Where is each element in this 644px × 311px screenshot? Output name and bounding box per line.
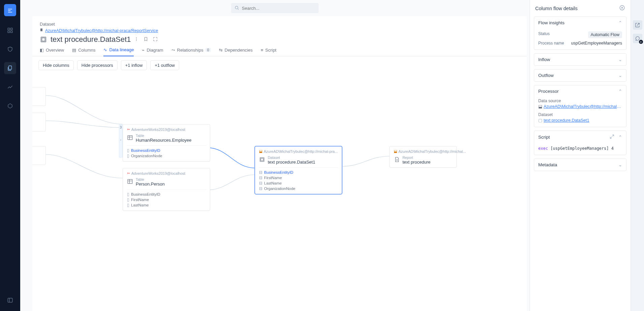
column-item[interactable]: ⊟BusinessEntityID bbox=[259, 170, 338, 175]
edge-node-stub[interactable] bbox=[32, 87, 46, 106]
tab-relationships[interactable]: ⤳Relationships0 bbox=[171, 47, 211, 56]
svg-rect-17 bbox=[261, 158, 263, 161]
column-item[interactable]: ▯FirstName bbox=[127, 197, 206, 202]
node-badge-count: 3 bbox=[119, 125, 122, 129]
node-name: Person.Person bbox=[136, 181, 165, 187]
svg-rect-2 bbox=[8, 31, 9, 33]
section-inflow: Inflow ⌄ bbox=[534, 53, 626, 66]
column-item[interactable]: ▯BusinessEntityID bbox=[127, 192, 206, 197]
node-name: HumanResources.Employee bbox=[136, 138, 191, 143]
tab-diagram[interactable]: ⌁Diagram bbox=[142, 47, 163, 56]
tab-columns[interactable]: ▤Columns bbox=[72, 47, 95, 56]
table-icon bbox=[127, 135, 133, 141]
hide-processors-button[interactable]: Hide processors bbox=[77, 60, 118, 70]
chevron-down-icon: ⌄ bbox=[618, 73, 622, 78]
focus-icon[interactable] bbox=[153, 37, 158, 43]
node-db-label: AdventureWorks2019@localhost bbox=[131, 128, 185, 132]
status-label: Status bbox=[538, 31, 550, 36]
tab-script[interactable]: ≡Script bbox=[261, 47, 277, 56]
column-item[interactable]: ⊟OrganizationNode bbox=[259, 186, 338, 191]
column-item[interactable]: ▯LastName bbox=[127, 202, 206, 208]
tab-bar: ◧Overview ▤Columns ∿Data lineage ⌁Diagra… bbox=[32, 44, 527, 56]
relationships-icon: ⤳ bbox=[171, 48, 175, 53]
search-icon bbox=[234, 5, 239, 11]
datasource-icon: ⬓ bbox=[394, 149, 397, 153]
edge-node-stub[interactable] bbox=[32, 146, 46, 165]
section-header-script[interactable]: Script ⌃ bbox=[534, 131, 626, 143]
dataset-link[interactable]: text procedure.DataSet1 bbox=[544, 118, 589, 123]
expand-icon[interactable] bbox=[610, 134, 614, 140]
section-header-inflow[interactable]: Inflow ⌄ bbox=[534, 54, 626, 65]
more-menu-icon[interactable] bbox=[134, 37, 139, 43]
breadcrumb-path-link[interactable]: AzureAD\MichalTrybulec@http://michal-pra… bbox=[45, 28, 158, 33]
report-icon bbox=[394, 157, 400, 163]
column-icon: ▯ bbox=[127, 197, 129, 202]
column-item[interactable]: ⊟FirstName bbox=[259, 175, 338, 180]
svg-rect-6 bbox=[8, 298, 12, 302]
nav-analytics-icon[interactable] bbox=[4, 81, 16, 93]
nav-dashboard-icon[interactable] bbox=[4, 24, 16, 36]
column-icon: ⊟ bbox=[259, 170, 262, 175]
outflow-button[interactable]: +1 outflow bbox=[150, 60, 179, 70]
node-type: Dataset bbox=[268, 156, 315, 160]
nav-shield-icon[interactable] bbox=[4, 43, 16, 55]
table-icon bbox=[127, 178, 133, 185]
svg-rect-1 bbox=[11, 28, 12, 30]
nav-layers-icon[interactable] bbox=[4, 62, 16, 74]
columns-icon: ▤ bbox=[72, 48, 76, 53]
section-header-outflow[interactable]: Outflow ⌄ bbox=[534, 69, 626, 81]
tab-dependencies[interactable]: ⇆Dependencies bbox=[219, 47, 253, 56]
edge-node-stub[interactable] bbox=[32, 113, 46, 132]
column-item[interactable]: ⊟LastName bbox=[259, 180, 338, 186]
datasource-icon: ⬓ bbox=[538, 104, 542, 109]
lineage-icon: ∿ bbox=[103, 47, 107, 52]
content-card: Dataset AzureAD\MichalTrybulec@http://mi… bbox=[32, 16, 527, 311]
relationships-count-badge: 0 bbox=[205, 48, 211, 52]
svg-point-7 bbox=[235, 6, 238, 9]
section-header-processor[interactable]: Processor ⌃ bbox=[534, 85, 626, 97]
lineage-canvas[interactable]: 3 › ➳AdventureWorks2019@localhost TableH… bbox=[32, 77, 527, 311]
svg-marker-5 bbox=[8, 104, 12, 108]
column-item[interactable]: ▯BusinessEntityID bbox=[127, 148, 206, 153]
dataset-icon: ▢ bbox=[538, 118, 542, 123]
panel-title: Column flow details bbox=[535, 6, 578, 11]
hide-columns-button[interactable]: Hide columns bbox=[38, 60, 74, 70]
external-link-icon[interactable] bbox=[633, 20, 642, 30]
page-title: text procedure.DataSet1 bbox=[51, 35, 131, 44]
overview-icon: ◧ bbox=[40, 48, 44, 53]
global-search[interactable] bbox=[231, 3, 319, 13]
column-icon: ⊟ bbox=[259, 186, 262, 191]
column-icon: ▯ bbox=[127, 203, 129, 207]
node-type: Table bbox=[136, 134, 191, 138]
tab-overview[interactable]: ◧Overview bbox=[40, 47, 64, 56]
lineage-node-dataset-selected[interactable]: ⬓AzureAD\MichalTrybulec@http://michal-pr… bbox=[255, 146, 342, 194]
nav-settings-icon[interactable] bbox=[4, 100, 16, 112]
process-name-value: uspGetEmployeeManagers bbox=[571, 41, 622, 46]
chevron-down-icon: ⌄ bbox=[618, 57, 622, 62]
section-header-metadata[interactable]: Metadata ⌄ bbox=[534, 159, 626, 171]
svg-rect-3 bbox=[11, 31, 12, 33]
svg-rect-0 bbox=[8, 28, 9, 30]
node-db-label: AdventureWorks2019@localhost bbox=[131, 171, 185, 175]
inflow-button[interactable]: +1 inflow bbox=[121, 60, 147, 70]
lineage-node-table-person[interactable]: ➳AdventureWorks2019@localhost TablePerso… bbox=[123, 168, 210, 211]
lineage-node-table-employee[interactable]: 3 › ➳AdventureWorks2019@localhost TableH… bbox=[123, 124, 210, 162]
right-utility-rail: 0 bbox=[631, 0, 644, 311]
nav-collapse-icon[interactable] bbox=[4, 294, 16, 306]
node-db-label: AzureAD\MichalTrybulec@http://michal-pra… bbox=[264, 149, 338, 153]
svg-rect-10 bbox=[42, 38, 45, 41]
column-item[interactable]: ▯OrganizationNode bbox=[127, 153, 206, 159]
bookmark-icon[interactable] bbox=[143, 37, 148, 43]
datasource-icon bbox=[40, 28, 44, 33]
comments-icon[interactable]: 0 bbox=[633, 34, 642, 43]
section-metadata: Metadata ⌄ bbox=[534, 159, 626, 171]
search-input[interactable] bbox=[242, 6, 315, 11]
node-badge[interactable]: 3 › bbox=[119, 124, 123, 158]
node-db-label: AzureAD\MichalTrybulec@http://michal... bbox=[398, 149, 466, 153]
app-logo[interactable] bbox=[4, 4, 16, 16]
datasource-link[interactable]: AzureAD\MichalTrybulec@http://michal-pra… bbox=[544, 104, 622, 109]
section-header-flow-insights[interactable]: Flow insights ⌃ bbox=[534, 17, 626, 29]
close-icon[interactable] bbox=[619, 5, 625, 12]
tab-data-lineage[interactable]: ∿Data lineage bbox=[103, 47, 134, 56]
lineage-node-report[interactable]: ⬓AzureAD\MichalTrybulec@http://michal...… bbox=[389, 146, 457, 168]
